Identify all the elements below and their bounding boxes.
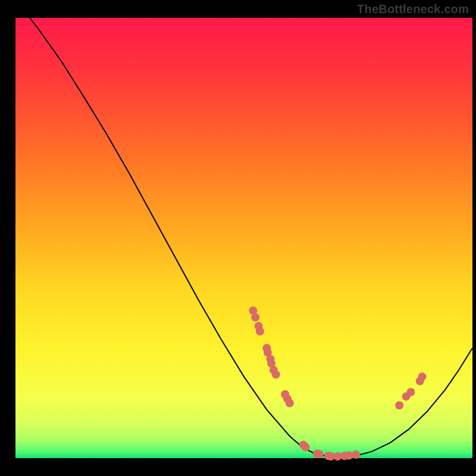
watermark-text: TheBottleneck.com [357, 2, 469, 16]
data-point [251, 313, 259, 321]
data-point [315, 450, 324, 458]
data-point [286, 399, 294, 408]
data-point [272, 370, 280, 378]
plot-background [15, 18, 472, 458]
chart-svg [0, 0, 476, 476]
data-point [256, 327, 264, 336]
data-point [352, 450, 360, 459]
data-point [418, 372, 427, 381]
data-point [395, 401, 403, 409]
data-point [302, 443, 310, 452]
data-point [406, 388, 415, 396]
bottleneck-chart: TheBottleneck.com [0, 0, 476, 476]
